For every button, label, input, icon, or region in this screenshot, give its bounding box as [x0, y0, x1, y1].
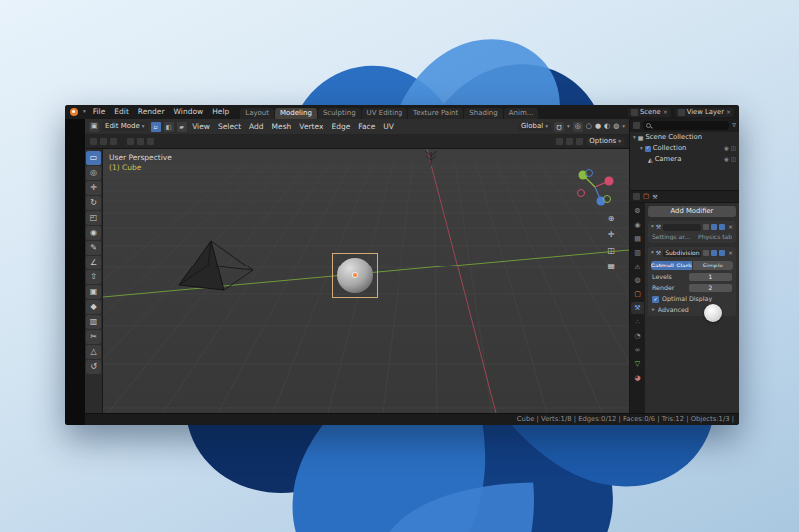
modifier-header[interactable]: ▾ ⚒ Subdivision × — [649, 248, 735, 258]
catmull-clark-button[interactable]: Catmull-Clark — [651, 261, 692, 270]
tool-settings-icon[interactable] — [147, 138, 154, 145]
viewport-3d[interactable]: User Perspective (1) Cube — [103, 149, 629, 413]
menu-view[interactable]: View — [190, 123, 213, 131]
shading-material-icon[interactable]: ◐ — [604, 123, 610, 130]
properties-tab-view-layer[interactable]: ▥ — [631, 247, 644, 259]
tool-rotate-button[interactable]: ↻ — [86, 196, 101, 210]
chevron-down-icon[interactable]: ▾ — [640, 146, 643, 152]
menu-select[interactable]: Select — [215, 123, 243, 131]
menu-edit[interactable]: Edit — [112, 108, 131, 116]
shading-solid-icon[interactable]: ● — [595, 123, 601, 130]
menu-face[interactable]: Face — [356, 123, 378, 131]
zoom-icon[interactable]: ⊕ — [608, 215, 615, 223]
tab-modeling[interactable]: Modeling — [275, 108, 317, 119]
proportional-editing-icon[interactable]: ◎ — [573, 122, 583, 132]
selected-vertex-dot[interactable] — [353, 273, 357, 277]
properties-tab-object-data[interactable]: ▽ — [631, 358, 644, 370]
gizmo-x-axis-negative[interactable] — [578, 190, 585, 197]
visibility-icon[interactable] — [576, 138, 583, 145]
tool-settings-icon[interactable] — [110, 138, 117, 145]
menu-window[interactable]: Window — [172, 108, 206, 116]
properties-tab-material[interactable]: ◕ — [631, 372, 644, 384]
tool-move-button[interactable]: ✛ — [86, 181, 101, 195]
outliner-search-input[interactable] — [643, 121, 729, 130]
outliner-row-scene-collection[interactable]: ▾ ▦ Scene Collection — [630, 132, 739, 143]
modifier-header[interactable]: ▾ ⚒ × — [649, 222, 735, 232]
shading-rendered-icon[interactable]: ◍ — [613, 123, 619, 130]
shading-wireframe-icon[interactable]: ○ — [586, 123, 592, 130]
chevron-down-icon[interactable]: ▾ — [651, 250, 654, 256]
close-icon[interactable]: × — [728, 250, 733, 256]
tool-settings-icon[interactable] — [100, 138, 107, 145]
menu-add[interactable]: Add — [247, 123, 267, 131]
tool-cursor-button[interactable]: ◎ — [86, 166, 101, 180]
menu-render[interactable]: Render — [136, 108, 167, 116]
close-icon[interactable]: × — [728, 224, 733, 230]
tab-sculpting[interactable]: Sculpting — [318, 108, 361, 119]
display-realtime-toggle[interactable] — [711, 224, 717, 230]
menu-vertex[interactable]: Vertex — [297, 123, 326, 131]
small-plant-object[interactable] — [425, 151, 437, 166]
tab-shading[interactable]: Shading — [464, 108, 502, 119]
gizmo-z-axis-negative[interactable] — [586, 170, 593, 177]
render-levels-field[interactable]: 2 — [689, 284, 732, 292]
collection-checkbox[interactable]: ✓ — [645, 146, 651, 152]
properties-tab-physics[interactable]: ◔ — [631, 330, 644, 342]
chevron-down-icon[interactable]: ▾ — [651, 224, 654, 230]
gizmos-icon[interactable] — [566, 138, 573, 145]
view-layer-selector[interactable]: View Layer × — [675, 108, 734, 117]
grid-toggle-icon[interactable]: ▦ — [607, 263, 615, 270]
display-edit-mode-toggle[interactable] — [703, 250, 709, 256]
menu-help[interactable]: Help — [210, 108, 231, 116]
navigation-gizmo[interactable] — [573, 165, 617, 209]
tool-inset-button[interactable]: ▣ — [86, 285, 101, 299]
snap-magnet-icon[interactable]: Ω — [554, 122, 564, 132]
add-modifier-button[interactable]: Add Modifier — [648, 206, 736, 217]
properties-tab-object[interactable]: ▢ — [631, 288, 644, 300]
optimal-display-checkbox[interactable]: ✓ — [652, 296, 659, 303]
menu-mesh[interactable]: Mesh — [269, 123, 294, 131]
menu-uv[interactable]: UV — [381, 123, 397, 131]
menu-file[interactable]: File — [91, 108, 108, 116]
options-dropdown[interactable]: Options ▾ — [586, 137, 624, 146]
camera-restrict-icon[interactable]: ◫ — [731, 157, 736, 163]
blender-logo-icon[interactable] — [70, 108, 78, 116]
eye-icon[interactable]: ◉ — [724, 157, 729, 163]
tool-scale-button[interactable]: ◰ — [86, 211, 101, 225]
tool-settings-icon[interactable] — [90, 138, 97, 145]
display-render-toggle[interactable] — [719, 250, 725, 256]
tool-bevel-button[interactable]: ◆ — [86, 300, 101, 314]
tool-extrude-button[interactable]: ⇧ — [86, 270, 101, 284]
tool-spin-button[interactable]: ↺ — [86, 360, 101, 374]
tool-knife-button[interactable]: ✂ — [86, 330, 101, 344]
gizmo-x-axis[interactable] — [605, 177, 614, 186]
simple-button[interactable]: Simple — [693, 261, 734, 270]
outliner-row-collection[interactable]: ▾ ✓ Collection ◉ ◫ — [630, 143, 739, 154]
modifier-name-field[interactable] — [663, 224, 701, 231]
display-edit-mode-toggle[interactable] — [703, 224, 709, 230]
filter-icon[interactable]: ∇ — [732, 123, 736, 129]
tab-animation[interactable]: Anim... — [504, 108, 539, 119]
cone-object[interactable] — [179, 241, 253, 290]
camera-view-icon[interactable]: ◫ — [607, 247, 615, 255]
properties-tab-scene[interactable]: ◬ — [631, 261, 644, 272]
chevron-down-icon[interactable]: ▾ — [633, 135, 636, 141]
edge-select-mode-button[interactable]: ◧ — [164, 122, 174, 132]
menu-edge[interactable]: Edge — [329, 123, 353, 131]
properties-tab-particles[interactable]: ∴ — [631, 316, 644, 328]
tool-loop-cut-button[interactable]: ▥ — [86, 315, 101, 329]
overlays-icon[interactable] — [556, 138, 563, 145]
gizmo-y-axis-negative[interactable] — [604, 196, 611, 203]
tab-texture-paint[interactable]: Texture Paint — [408, 108, 463, 119]
advanced-expander[interactable]: ▸ Advanced — [649, 305, 735, 315]
scene-selector[interactable]: Scene × — [628, 108, 671, 117]
camera-restrict-icon[interactable]: ◫ — [731, 146, 736, 152]
properties-tab-world[interactable]: ◍ — [631, 274, 644, 286]
eye-icon[interactable]: ◉ — [724, 146, 729, 152]
editor-type-icon[interactable] — [633, 122, 640, 129]
properties-tab-modifiers[interactable]: ⚒ — [631, 302, 644, 314]
tab-layout[interactable]: Layout — [240, 108, 274, 119]
properties-editor-icon[interactable] — [633, 193, 640, 200]
properties-tab-tool[interactable]: ⚙ — [631, 205, 644, 217]
mode-selector[interactable]: Edit Mode ▾ — [102, 122, 148, 131]
